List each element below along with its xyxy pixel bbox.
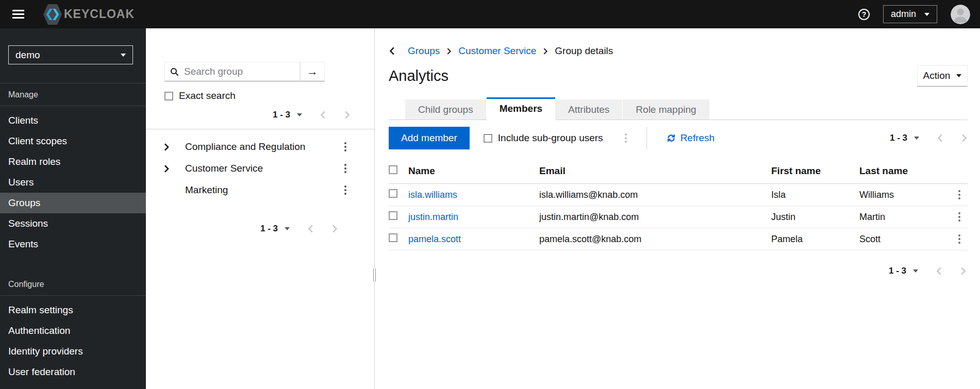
chevron-right-icon [446, 48, 452, 55]
chevron-right-icon [543, 48, 548, 55]
sidebar-item-realm-settings[interactable]: Realm settings [0, 300, 146, 320]
tree-pagination-bottom: 1 - 3 [146, 201, 374, 234]
members-pagination-bottom-row: 1 - 3 [389, 250, 968, 276]
nav-toggle-button[interactable] [10, 7, 26, 22]
sidebar-item-users[interactable]: Users [0, 172, 146, 193]
masthead-right: ? admin [858, 5, 970, 24]
sidebar-item-client-scopes[interactable]: Client scopes [0, 131, 146, 151]
sidebar-item-sessions[interactable]: Sessions [0, 213, 146, 234]
member-first-name: Justin [771, 206, 859, 228]
column-header-name: Name [408, 161, 539, 184]
tree-pagination-top: 1 - 3 [164, 102, 374, 121]
breadcrumb-link-customer-service[interactable]: Customer Service [458, 45, 536, 57]
manage-nav-list: Clients Client scopes Realm roles Users … [0, 106, 146, 259]
kebab-menu-icon[interactable] [955, 232, 964, 246]
pagination-menu-toggle[interactable] [285, 227, 290, 230]
group-tree-row: Compliance and Regulation [146, 136, 374, 158]
sidebar-item-identity-providers[interactable]: Identity providers [0, 341, 146, 362]
pagination-range: 1 - 3 [260, 224, 278, 234]
member-last-name: Scott [859, 228, 945, 250]
kebab-menu-icon[interactable] [955, 210, 964, 224]
chevron-down-icon [956, 74, 961, 77]
refresh-button[interactable]: Refresh [667, 132, 715, 144]
pagination-prev-button[interactable] [320, 111, 326, 119]
title-row: Analytics Action [389, 65, 968, 87]
tab-members[interactable]: Members [487, 97, 555, 120]
pagination-prev-button[interactable] [307, 225, 314, 233]
kebab-menu-icon[interactable] [341, 140, 350, 154]
group-details-panel: Groups Customer Service Group details An… [375, 28, 980, 389]
pagination-prev-button[interactable] [936, 267, 942, 275]
avatar[interactable] [951, 5, 970, 24]
pagination-prev-button[interactable] [937, 134, 943, 142]
tab-role-mapping[interactable]: Role mapping [623, 99, 709, 120]
help-icon[interactable]: ? [858, 9, 870, 20]
page-title: Analytics [389, 67, 449, 84]
group-tree-list: Compliance and Regulation Customer Servi… [146, 129, 374, 201]
group-tree-panel: → Exact search 1 - 3 [146, 28, 375, 389]
pagination-next-button[interactable] [344, 111, 351, 119]
pagination-menu-toggle[interactable] [297, 113, 302, 116]
action-dropdown-button[interactable]: Action [917, 65, 968, 87]
realm-selector[interactable]: demo [8, 45, 133, 64]
kebab-menu-icon[interactable] [955, 188, 964, 201]
row-checkbox[interactable] [389, 189, 397, 198]
kebab-menu-icon[interactable] [341, 183, 350, 197]
sidebar-item-clients[interactable]: Clients [0, 110, 146, 131]
pagination-menu-toggle[interactable] [914, 137, 919, 140]
group-name-link[interactable]: Customer Service [185, 163, 341, 174]
group-tree-row: Marketing [146, 179, 374, 201]
member-first-name: Isla [771, 184, 859, 206]
pagination-next-button[interactable] [331, 225, 338, 233]
refresh-icon [667, 133, 676, 143]
keycloak-logo[interactable]: KEYCLOAK [43, 4, 135, 25]
row-checkbox[interactable] [389, 211, 397, 220]
breadcrumb-back-icon[interactable] [389, 47, 395, 55]
member-last-name: Williams [859, 184, 945, 206]
exact-search-label: Exact search [179, 90, 236, 102]
member-name-link[interactable]: pamela.scott [408, 234, 461, 244]
member-email: isla.williams@knab.com [539, 184, 771, 206]
breadcrumb-current: Group details [555, 45, 613, 57]
pagination-next-button[interactable] [961, 134, 968, 142]
member-name-link[interactable]: isla.williams [408, 190, 457, 200]
panel-resize-handle[interactable] [372, 268, 377, 282]
sidebar-item-realm-roles[interactable]: Realm roles [0, 151, 146, 172]
chevron-down-icon [285, 227, 290, 230]
expand-chevron-icon[interactable] [163, 143, 174, 151]
group-search-area: → Exact search 1 - 3 [146, 28, 374, 121]
sidebar-item-events[interactable]: Events [0, 234, 146, 255]
refresh-label: Refresh [680, 132, 715, 144]
kebab-menu-icon[interactable] [341, 162, 350, 175]
search-input[interactable] [183, 65, 294, 78]
add-member-button[interactable]: Add member [389, 127, 470, 149]
group-tabs: Child groups Members Attributes Role map… [389, 98, 968, 120]
tab-child-groups[interactable]: Child groups [405, 99, 487, 120]
include-subgroup-checkbox[interactable] [484, 134, 492, 143]
exact-search-row: Exact search [164, 90, 374, 102]
member-name-link[interactable]: justin.martin [408, 212, 458, 222]
sidebar-item-authentication[interactable]: Authentication [0, 320, 146, 341]
member-email: justin.martin@knab.com [539, 206, 771, 228]
chevron-down-icon [297, 113, 302, 116]
sidebar-item-groups[interactable]: Groups [0, 193, 146, 213]
row-checkbox[interactable] [389, 233, 397, 242]
user-menu-dropdown[interactable]: admin [883, 5, 937, 23]
chevron-down-icon [924, 13, 929, 16]
select-all-checkbox[interactable] [389, 165, 397, 174]
group-name-link[interactable]: Marketing [185, 184, 341, 196]
search-group: → [164, 62, 325, 81]
column-header-first-name: First name [771, 161, 859, 184]
pagination-menu-toggle[interactable] [913, 269, 918, 273]
group-name-link[interactable]: Compliance and Regulation [185, 141, 341, 153]
kebab-menu-icon[interactable] [622, 131, 630, 145]
search-submit-button[interactable]: → [300, 62, 325, 81]
pagination-next-button[interactable] [960, 267, 967, 275]
sidebar-item-user-federation[interactable]: User federation [0, 362, 146, 382]
members-toolbar: Add member Include sub-group users [389, 127, 968, 149]
tab-attributes[interactable]: Attributes [555, 99, 623, 120]
configure-nav-list: Realm settings Authentication Identity p… [0, 296, 146, 386]
expand-chevron-icon[interactable] [163, 165, 174, 173]
breadcrumb-link-groups[interactable]: Groups [408, 45, 440, 57]
exact-search-checkbox[interactable] [164, 92, 173, 100]
